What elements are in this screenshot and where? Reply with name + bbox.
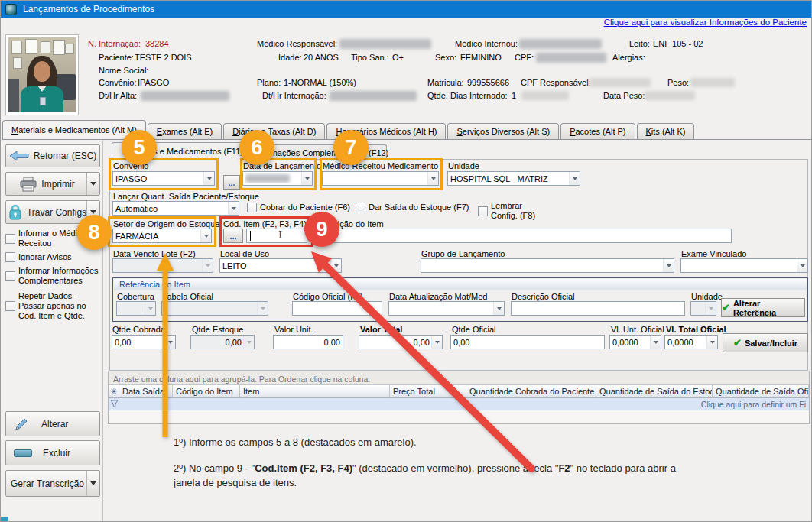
checkbox-lembrar-config[interactable]: Lembrar Config. (F8) (478, 201, 541, 221)
check-icon: ✔ (722, 303, 730, 313)
column-header-qtd-saida-oficial[interactable]: Quantidade de Saída Oficial (713, 384, 809, 398)
dropdown-arrow-icon (202, 259, 213, 272)
redacted-value (645, 91, 695, 100)
tipo-sanguineo-value: O+ (392, 53, 404, 62)
checkbox-dar-saida[interactable]: Dar Saída do Estoque (F7) (356, 203, 469, 212)
column-header-qtd-cobrada[interactable]: Quantidade Cobrada do Paciente (466, 384, 596, 398)
grid-group-hint[interactable]: Arraste uma coluna aqui para agrupá-la. … (113, 374, 370, 384)
retornar-button[interactable]: Retornar (ESC) (5, 144, 100, 167)
descricao-item-input[interactable] (316, 229, 732, 243)
internacao-value: 38284 (145, 39, 169, 48)
cod-item-browse-button[interactable]: ... (223, 229, 243, 243)
imprimir-dropdown-arrow[interactable] (86, 173, 99, 195)
alterar-button[interactable]: Alterar (5, 411, 100, 436)
tab-pacotes[interactable]: Pacotes (Alt P) (560, 123, 635, 139)
tab-diarias-taxas[interactable]: Diárias e Taxas (Alt D) (223, 123, 325, 139)
vl-total-oficial-combo[interactable]: 0,0000 (664, 335, 718, 349)
unidade-combo[interactable]: HOSPITAL SQL - MATRIZ (447, 171, 580, 186)
convenio-combo[interactable]: IPASGO (112, 171, 215, 186)
callout-9: 9 (304, 212, 339, 247)
exame-vinculado-combo[interactable] (680, 258, 808, 273)
checkbox-ignorar-avisos[interactable]: Ignorar Avisos (5, 252, 102, 262)
lancar-quant-combo[interactable]: Automático (112, 201, 239, 216)
vl-unt-oficial-combo[interactable]: 0,0000 (609, 335, 661, 349)
qtde-cobrada-combo[interactable]: 0,00 (112, 335, 176, 349)
data-atualizacao-label: Data Atualização Mat/Med (389, 292, 487, 301)
alterar-referencia-button[interactable]: ✔ Alterar Referência (721, 298, 805, 317)
dropdown-arrow-icon (257, 302, 268, 315)
valor-unit-input[interactable] (273, 335, 343, 349)
data-vencto-label: Data Vencto Lote (F2) (113, 249, 196, 258)
grupo-lancamento-combo[interactable] (421, 258, 674, 273)
qtde-oficial-label: Qtde Oficial (452, 325, 495, 334)
salvar-incluir-button[interactable]: ✔ Salvar/Incluir (723, 333, 808, 352)
patient-info-link[interactable]: Clique aqui para visualizar Informações … (604, 18, 807, 27)
peso-label: Peso: (667, 78, 689, 87)
title-bar: Lançamentos de Procedimentos (1, 1, 812, 18)
setor-origem-combo[interactable]: FARMÁCIA (112, 229, 212, 243)
checkbox-icon (5, 252, 15, 262)
leito-label: Leito: (629, 39, 650, 48)
column-header-preco-total[interactable]: Preço Total (390, 384, 466, 398)
gerar-transcricao-button[interactable]: Gerar Transcrição (5, 470, 100, 497)
column-header-qtd-saida-estoque[interactable]: Quantidade de Saída do Estoque (596, 384, 713, 398)
gerar-dropdown-arrow[interactable] (86, 471, 99, 496)
tab-servicos-diversos[interactable]: Serviços Diversos (Alt S) (447, 123, 559, 139)
cobertura-combo[interactable] (116, 301, 156, 316)
tab-kits[interactable]: Kits (Alt K) (637, 123, 695, 139)
dropdown-arrow-icon (650, 336, 661, 349)
redacted-value (141, 91, 229, 101)
local-uso-label: Local de Uso (220, 249, 269, 258)
dropdown-arrow-icon (203, 172, 214, 185)
column-header-data-saida[interactable]: Data Saída (119, 384, 173, 398)
unidade-oficial-combo[interactable] (690, 301, 716, 316)
column-header-item[interactable]: Item (240, 384, 390, 398)
grid-filter-row[interactable]: Clique aqui para definir um Fi (109, 398, 809, 410)
filter-funnel-icon (110, 400, 119, 408)
qtde-estoque-label: Qtde Estoque (192, 325, 243, 334)
imprimir-button[interactable]: Imprimir (5, 172, 100, 196)
medico-receitou-combo[interactable] (322, 171, 439, 186)
procedure-entry-window: Lançamentos de Procedimentos Clique aqui… (0, 0, 812, 522)
descricao-oficial-input[interactable] (511, 301, 685, 316)
data-vencto-combo[interactable] (112, 258, 213, 273)
vl-total-oficial-label: Vl. Total Oficial (666, 325, 726, 334)
checkbox-icon (356, 203, 365, 212)
qtde-estoque-combo[interactable]: 0,00 (190, 335, 255, 349)
convenio-browse-button[interactable]: ... (223, 175, 240, 190)
local-uso-combo[interactable]: LEITO (219, 258, 342, 273)
dropdown-arrow-icon (569, 172, 580, 185)
data-atualizacao-combo[interactable] (388, 301, 505, 316)
referencia-item-title: Referência do Item (114, 279, 807, 290)
instruction-step-1: 1º) Informe os campos 5 a 8 (destacados … (174, 435, 417, 449)
tipo-sanguineo-label: Tipo San.: (351, 53, 389, 62)
dropdown-arrow-icon (663, 259, 674, 272)
medico-responsavel-label: Médico Responsável: (257, 39, 337, 48)
tabela-oficial-combo[interactable] (161, 301, 268, 316)
callout-7: 7 (333, 130, 369, 165)
dropdown-arrow-icon (427, 172, 438, 185)
nome-social-label: Nome Social: (99, 66, 148, 75)
qtde-oficial-input[interactable] (450, 335, 605, 349)
dias-internado-label: Qtde. Dias Internado: (427, 91, 508, 100)
excluir-button[interactable]: Excluir (5, 440, 100, 465)
valor-total-label: Valor Total (360, 325, 402, 334)
checkbox-cobrar-paciente[interactable]: Cobrar do Paciente (F6) (247, 203, 350, 212)
link-bar: Clique aqui para visualizar Informações … (1, 18, 808, 31)
cod-item-input[interactable] (246, 229, 307, 243)
valor-total-combo[interactable]: 0,00 (359, 335, 443, 349)
text-caret (250, 231, 251, 241)
column-header-codigo-item[interactable]: Código do Item (173, 384, 240, 398)
exame-vinculado-label: Exame Vinculado (681, 249, 746, 258)
codigo-oficial-input[interactable] (292, 301, 382, 316)
cpf-label: CPF: (515, 53, 534, 62)
plano-value: 1-NORMAL (150%) (284, 78, 356, 87)
checkbox-icon (247, 203, 257, 212)
checkbox-repetir-dados[interactable]: Repetir Dados - Passar apenas no Cód. It… (5, 291, 102, 321)
tab-exames[interactable]: Exames (Alt E) (148, 123, 222, 139)
checkbox-informar-informacoes[interactable]: Informar Informações Complementares (5, 266, 102, 286)
dropdown-arrow-icon (705, 302, 716, 315)
data-lancamento-combo[interactable] (242, 171, 313, 186)
vl-unt-oficial-label: Vl. Unt. Oficial (611, 325, 664, 334)
convenio-header-value: IPASGO (138, 78, 169, 87)
